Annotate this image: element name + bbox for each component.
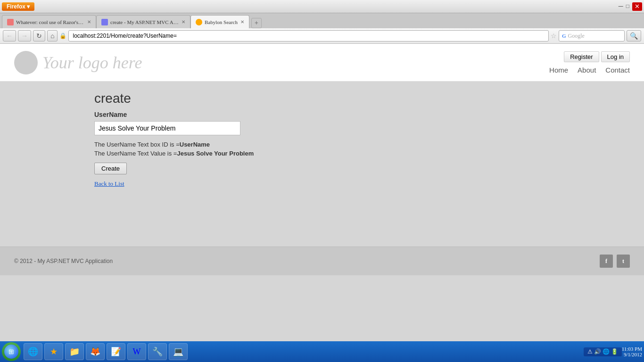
logo-text: Your logo here bbox=[42, 53, 142, 73]
username-input[interactable] bbox=[94, 121, 240, 135]
footer-copyright: © 2012 - My ASP.NET MVC Application bbox=[14, 258, 113, 264]
site-footer: © 2012 - My ASP.NET MVC Application f t bbox=[0, 247, 644, 275]
lock-icon: 🔒 bbox=[59, 33, 66, 40]
field-label: UserName bbox=[94, 111, 630, 118]
forward-button[interactable]: → bbox=[18, 30, 31, 41]
tab-3-close[interactable]: ✕ bbox=[240, 19, 244, 25]
tab-2-label: create - My ASP.NET MVC Application bbox=[110, 19, 179, 25]
google-icon: G bbox=[562, 33, 566, 39]
tab-2[interactable]: create - My ASP.NET MVC Application ✕ bbox=[96, 15, 190, 28]
reload-button[interactable]: ↻ bbox=[33, 30, 45, 41]
tab-3[interactable]: Babylon Search ✕ bbox=[190, 15, 249, 28]
tab-1-label: Whatever: cool use of Razor's Html.Id... bbox=[16, 19, 84, 25]
address-bar[interactable] bbox=[68, 30, 549, 41]
tab-1-close[interactable]: ✕ bbox=[87, 19, 91, 25]
main-content: create UserName The UserName Text box ID… bbox=[0, 82, 644, 247]
tab-2-close[interactable]: ✕ bbox=[182, 19, 185, 25]
home-button[interactable]: ⌂ bbox=[47, 30, 58, 41]
browser-search-bar[interactable]: G Google bbox=[559, 30, 625, 41]
page-wrapper: Your logo here Register Log in Home Abou… bbox=[0, 44, 644, 308]
maximize-button[interactable]: □ bbox=[626, 3, 629, 10]
social-icons: f t bbox=[600, 255, 630, 268]
star-icon[interactable]: ☆ bbox=[551, 32, 557, 40]
facebook-icon[interactable]: f bbox=[600, 255, 613, 268]
create-button[interactable]: Create bbox=[94, 163, 127, 174]
page-title: create bbox=[94, 91, 630, 106]
nav-home[interactable]: Home bbox=[549, 66, 568, 74]
auth-buttons: Register Log in bbox=[564, 51, 630, 62]
register-button[interactable]: Register bbox=[564, 51, 599, 62]
tab-bar: Whatever: cool use of Razor's Html.Id...… bbox=[0, 13, 644, 28]
nav-bar: ← → ↻ ⌂ 🔒 ☆ G Google 🔍 bbox=[0, 28, 644, 44]
header-right: Register Log in Home About Contact bbox=[549, 51, 630, 74]
back-button[interactable]: ← bbox=[3, 30, 16, 41]
nav-contact[interactable]: Contact bbox=[605, 66, 630, 74]
tab-1[interactable]: Whatever: cool use of Razor's Html.Id...… bbox=[2, 15, 96, 28]
close-button[interactable]: ✕ bbox=[632, 2, 642, 11]
firefox-menu-button[interactable]: Firefox ▾ bbox=[2, 2, 34, 11]
site-header: Your logo here Register Log in Home Abou… bbox=[0, 44, 644, 82]
tab-3-label: Babylon Search bbox=[205, 19, 238, 25]
main-nav: Home About Contact bbox=[549, 66, 630, 74]
info-textbox-value-bold: Jesus Solve Your Problem bbox=[177, 150, 254, 157]
info-textbox-id-bold: UserName bbox=[180, 141, 210, 148]
search-placeholder: Google bbox=[568, 33, 585, 40]
nav-about[interactable]: About bbox=[578, 66, 596, 74]
twitter-icon[interactable]: t bbox=[617, 255, 630, 268]
minimize-button[interactable]: ─ bbox=[619, 3, 623, 10]
back-to-list-link[interactable]: Back to List bbox=[94, 180, 630, 188]
info-textbox-value: The UserName Text Value is =Jesus Solve … bbox=[94, 150, 630, 157]
logo-area: Your logo here bbox=[14, 51, 142, 74]
logo-circle bbox=[14, 51, 38, 74]
title-bar: Firefox ▾ ─ □ ✕ bbox=[0, 0, 644, 13]
search-icon-button[interactable]: 🔍 bbox=[627, 30, 641, 41]
login-button[interactable]: Log in bbox=[601, 51, 630, 62]
info-textbox-id: The UserName Text box ID is =UserName bbox=[94, 141, 630, 148]
new-tab-button[interactable]: + bbox=[251, 18, 262, 28]
